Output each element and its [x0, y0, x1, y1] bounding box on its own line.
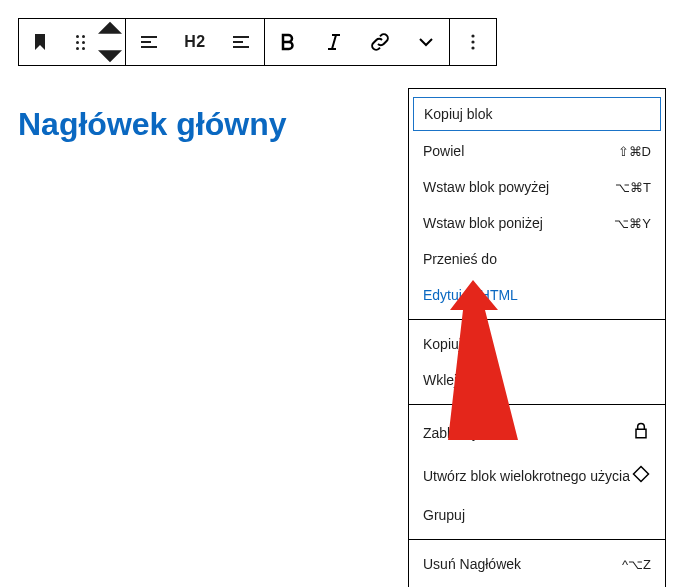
heading-level-button[interactable]: H2 — [172, 19, 218, 65]
drag-handle[interactable] — [65, 19, 95, 65]
dropdown-section-4: Usuń Nagłówek ^⌥Z — [409, 540, 665, 587]
link-icon — [368, 30, 392, 54]
menu-copy-styles[interactable]: Kopiuj st — [409, 326, 665, 362]
menu-move-to[interactable]: Przenieś do — [409, 241, 665, 277]
menu-label: Powiel — [423, 143, 464, 159]
svg-point-2 — [471, 46, 474, 49]
menu-label: Grupuj — [423, 507, 465, 523]
toolbar-group-format — [265, 19, 450, 65]
menu-shortcut: ⇧⌘D — [618, 144, 651, 159]
menu-label: Zablokuj — [423, 425, 476, 441]
text-align-icon — [229, 30, 253, 54]
dropdown-section-1: Kopiuj blok Powiel ⇧⌘D Wstaw blok powyże… — [409, 89, 665, 320]
svg-point-0 — [471, 34, 474, 37]
align-icon — [137, 30, 161, 54]
toolbar-group-align: H2 — [126, 19, 265, 65]
menu-label: Kopiuj st — [423, 336, 477, 352]
menu-label: Wstaw blok poniżej — [423, 215, 543, 231]
block-toolbar: H2 — [18, 18, 497, 66]
menu-label: Usuń Nagłówek — [423, 556, 521, 572]
menu-edit-html[interactable]: Edytuj w HTML — [409, 277, 665, 313]
menu-insert-below[interactable]: Wstaw blok poniżej ⌥⌘Y — [409, 205, 665, 241]
more-format-button[interactable] — [403, 19, 449, 65]
toolbar-group-block — [19, 19, 126, 65]
menu-shortcut: ⌥⌘T — [615, 180, 651, 195]
menu-duplicate[interactable]: Powiel ⇧⌘D — [409, 133, 665, 169]
menu-reusable[interactable]: Utwórz blok wielokrotnego użycia — [409, 454, 665, 497]
italic-button[interactable] — [311, 19, 357, 65]
toolbar-group-options — [450, 19, 496, 65]
text-align-button[interactable] — [218, 19, 264, 65]
menu-paste-styles[interactable]: Wklej style — [409, 362, 665, 398]
menu-label: Kopiuj blok — [424, 106, 493, 122]
menu-shortcut: ⌥⌘Y — [614, 216, 651, 231]
dropdown-section-3: Zablokuj Utwórz blok wielokrotnego użyci… — [409, 405, 665, 540]
menu-group[interactable]: Grupuj — [409, 497, 665, 533]
menu-lock[interactable]: Zablokuj — [409, 411, 665, 454]
dropdown-section-2: Kopiuj st Wklej style — [409, 320, 665, 405]
bold-button[interactable] — [265, 19, 311, 65]
lock-icon — [631, 421, 651, 444]
menu-label: Wklej style — [423, 372, 490, 388]
move-buttons[interactable] — [95, 19, 125, 65]
bold-icon — [276, 30, 300, 54]
svg-point-1 — [471, 40, 474, 43]
menu-label: Utwórz blok wielokrotnego użycia — [423, 468, 630, 484]
drag-icon — [76, 35, 85, 50]
menu-insert-above[interactable]: Wstaw blok powyżej ⌥⌘T — [409, 169, 665, 205]
reusable-icon — [631, 464, 651, 487]
menu-shortcut: ^⌥Z — [622, 557, 651, 572]
menu-label: Edytuj w HTML — [423, 287, 518, 303]
menu-label: Wstaw blok powyżej — [423, 179, 549, 195]
options-dropdown: Kopiuj blok Powiel ⇧⌘D Wstaw blok powyże… — [408, 88, 666, 587]
align-button[interactable] — [126, 19, 172, 65]
menu-remove[interactable]: Usuń Nagłówek ^⌥Z — [409, 546, 665, 582]
menu-copy-block[interactable]: Kopiuj blok — [413, 97, 661, 131]
chevron-down-icon — [98, 43, 122, 67]
chevron-up-icon — [98, 17, 122, 41]
block-type-button[interactable] — [19, 19, 65, 65]
options-button[interactable] — [450, 19, 496, 65]
menu-label: Przenieś do — [423, 251, 497, 267]
heading-level-label: H2 — [184, 33, 205, 51]
italic-icon — [322, 30, 346, 54]
link-button[interactable] — [357, 19, 403, 65]
chevron-down-icon — [414, 30, 438, 54]
kebab-icon — [461, 30, 485, 54]
